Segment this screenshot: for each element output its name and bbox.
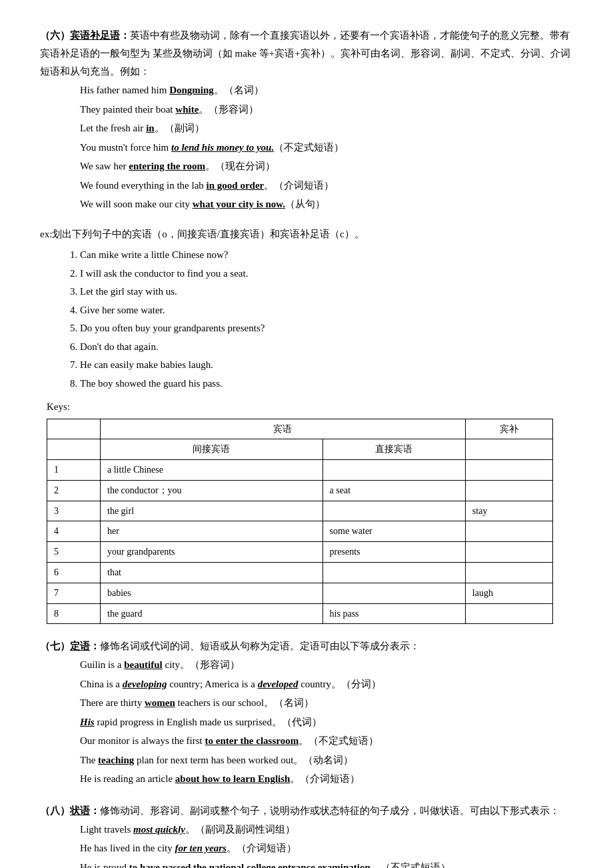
table-row: 3 the girl stay (47, 501, 553, 521)
col-num-header (47, 419, 101, 439)
row-num: 4 (47, 521, 101, 542)
row-comp (465, 521, 552, 542)
col-direct-header: 直接宾语 (322, 439, 465, 460)
exercise-item-3: Let the girl stay with us. (80, 283, 573, 301)
col-comp-sub (465, 439, 552, 460)
ex-intro: ex:划出下列句子中的宾语（o，间接宾语/直接宾语）和宾语补足语（c）。 (40, 226, 573, 243)
row-num: 6 (47, 563, 101, 583)
section-six: （六）宾语补足语：英语中有些及物动词，除有一个直接宾语以外，还要有一个宾语补语，… (40, 27, 573, 214)
row-direct: his pass (322, 603, 465, 624)
row-indirect: her (101, 521, 323, 542)
table-row: 5 your grandparents presents (47, 542, 553, 563)
section-six-title: （六）宾语补足语： (40, 30, 130, 41)
row-num: 2 (47, 480, 101, 501)
s7-example-4: His rapid progress in English made us su… (80, 713, 573, 732)
row-direct: some water (322, 521, 465, 542)
example-2: They painted their boat white。（形容词） (80, 100, 573, 119)
keys-label: Keys: (47, 399, 573, 416)
section-seven-intro: （七）定语：修饰名词或代词的词、短语或从句称为定语。定语可由以下等成分表示： (40, 637, 573, 655)
table-header-row-2: 间接宾语 直接宾语 (47, 439, 553, 460)
example-3: Let the fresh air in。（副词） (80, 119, 573, 138)
example-7: We will soon make our city what your cit… (80, 195, 573, 214)
row-num: 3 (47, 501, 101, 521)
example-5: We saw her entering the room。（现在分词） (80, 157, 573, 176)
table-row: 8 the guard his pass (47, 603, 553, 624)
keys-table: 宾语 宾补 间接宾语 直接宾语 1 a little Chinese 2 the… (47, 419, 553, 625)
row-comp (465, 563, 552, 583)
row-num: 7 (47, 583, 101, 603)
section-eight: （八）状语：修饰动词、形容词、副词或整个句子，说明动作或状态特征的句子成分，叫做… (40, 802, 573, 868)
section-eight-intro: （八）状语：修饰动词、形容词、副词或整个句子，说明动作或状态特征的句子成分，叫做… (40, 802, 573, 820)
row-comp: laugh (465, 583, 552, 603)
col-num-sub (47, 439, 101, 460)
row-direct: a seat (322, 480, 465, 501)
s7-example-3: There are thirty women teachers is our s… (80, 693, 573, 713)
example-6: We found everything in the lab in good o… (80, 176, 573, 195)
row-num: 5 (47, 542, 101, 563)
row-comp (465, 460, 552, 481)
col-indirect-header: 间接宾语 (101, 439, 323, 460)
row-direct: presents (322, 542, 465, 563)
row-indirect: a little Chinese (101, 460, 323, 481)
table-row: 4 her some water (47, 521, 553, 542)
row-comp (465, 480, 552, 501)
row-comp: stay (465, 501, 552, 521)
s7-example-2: China is a developing country; America i… (80, 675, 573, 694)
row-comp (465, 603, 552, 624)
row-indirect: the girl (101, 501, 323, 521)
s8-example-3: He is proud to have passed the national … (80, 858, 573, 868)
row-indirect: the guard (101, 603, 323, 624)
section-six-intro: （六）宾语补足语：英语中有些及物动词，除有一个直接宾语以外，还要有一个宾语补语，… (40, 27, 573, 81)
s7-example-1: Guilin is a beautiful city。（形容词） (80, 655, 573, 675)
table-row: 2 the conductor；you a seat (47, 480, 553, 501)
section-eight-title: （八）状语： (40, 805, 100, 816)
table-header-row-1: 宾语 宾补 (47, 419, 553, 439)
exercise-list: Can mike write a little Chinese now? I w… (80, 247, 573, 392)
row-indirect: that (101, 563, 323, 583)
example-1: His father named him Dongming。（名词） (80, 81, 573, 100)
row-num: 8 (47, 603, 101, 624)
s8-example-1: Light travels most quickly。（副词及副词性词组） (80, 820, 573, 839)
exercise-item-4: Give her some water. (80, 302, 573, 319)
row-direct (322, 501, 465, 521)
example-4: You mustn't force him to lend his money … (80, 138, 573, 157)
s7-example-5: Our monitor is always the first to enter… (80, 731, 573, 751)
table-row: 7 babies laugh (47, 583, 553, 603)
s7-example-6: The teaching plan for next term has been… (80, 751, 573, 770)
row-direct (322, 583, 465, 603)
exercise-item-6: Don't do that again. (80, 339, 573, 356)
table-row: 1 a little Chinese (47, 460, 553, 481)
exercise-item-8: The boy showed the guard his pass. (80, 375, 573, 393)
exercise-item-5: Do you often buy your grandparents prese… (80, 320, 573, 337)
s8-example-2: He has lived in the city for ten years。（… (80, 839, 573, 858)
row-indirect: the conductor；you (101, 480, 323, 501)
section-seven-title: （七）定语： (40, 641, 100, 651)
exercise-item-1: Can mike write a little Chinese now? (80, 247, 573, 264)
s7-example-7: He is reading an article about how to le… (80, 769, 573, 789)
exercise-section: ex:划出下列句子中的宾语（o，间接宾语/直接宾语）和宾语补足语（c）。 Can… (40, 226, 573, 393)
row-indirect: your grandparents (101, 542, 323, 563)
row-indirect: babies (101, 583, 323, 603)
row-direct (322, 460, 465, 481)
table-row: 6 that (47, 563, 553, 583)
col-object-header: 宾语 (101, 419, 466, 439)
row-direct (322, 563, 465, 583)
exercise-item-2: I will ask the conductor to find you a s… (80, 265, 573, 283)
section-seven: （七）定语：修饰名词或代词的词、短语或从句称为定语。定语可由以下等成分表示： G… (40, 637, 573, 789)
exercise-item-7: He can easily make babies laugh. (80, 357, 573, 374)
col-complement-header: 宾补 (465, 419, 552, 439)
row-num: 1 (47, 460, 101, 481)
row-comp (465, 542, 552, 563)
